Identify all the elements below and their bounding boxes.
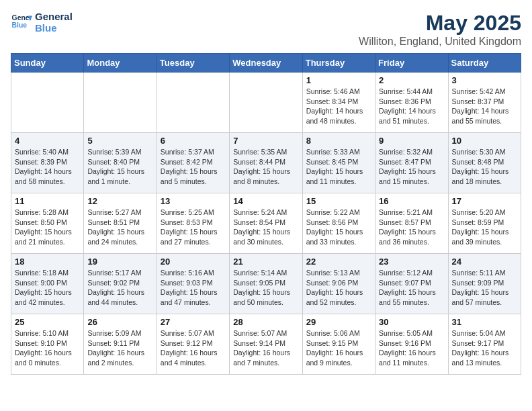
calendar-cell: 26Sunrise: 5:09 AMSunset: 9:11 PMDayligh… bbox=[84, 314, 157, 375]
calendar-week-5: 25Sunrise: 5:10 AMSunset: 9:10 PMDayligh… bbox=[11, 314, 521, 375]
day-detail: Sunrise: 5:39 AMSunset: 8:40 PMDaylight:… bbox=[87, 147, 152, 187]
calendar-cell: 7Sunrise: 5:35 AMSunset: 8:44 PMDaylight… bbox=[230, 133, 302, 193]
day-number: 31 bbox=[452, 317, 517, 327]
header-saturday: Saturday bbox=[448, 54, 521, 73]
day-detail-line: Sunrise: 5:07 AM bbox=[233, 329, 287, 337]
day-number: 19 bbox=[87, 257, 152, 267]
day-detail-line: Sunset: 9:15 PM bbox=[306, 339, 359, 347]
day-detail: Sunrise: 5:27 AMSunset: 8:51 PMDaylight:… bbox=[87, 208, 152, 247]
calendar-cell: 2Sunrise: 5:44 AMSunset: 8:36 PMDaylight… bbox=[375, 73, 448, 133]
day-detail-line: and 52 minutes. bbox=[306, 298, 357, 306]
calendar-table: SundayMondayTuesdayWednesdayThursdayFrid… bbox=[11, 53, 521, 375]
day-number: 13 bbox=[161, 196, 226, 206]
day-detail-line: Daylight: 14 hours bbox=[15, 167, 72, 175]
day-detail-line: Sunrise: 5:05 AM bbox=[379, 329, 433, 337]
day-detail-line: Sunset: 9:10 PM bbox=[15, 339, 67, 347]
calendar-cell: 11Sunrise: 5:28 AMSunset: 8:50 PMDayligh… bbox=[11, 193, 84, 254]
header-thursday: Thursday bbox=[302, 54, 375, 73]
day-detail-line: Sunrise: 5:09 AM bbox=[87, 329, 141, 337]
calendar-title: May 2025 bbox=[359, 11, 521, 36]
calendar-cell: 22Sunrise: 5:13 AMSunset: 9:06 PMDayligh… bbox=[302, 254, 375, 314]
calendar-cell: 30Sunrise: 5:05 AMSunset: 9:16 PMDayligh… bbox=[375, 314, 448, 375]
day-detail-line: Daylight: 15 hours bbox=[87, 228, 144, 236]
day-detail-line: Sunrise: 5:12 AM bbox=[379, 269, 433, 277]
day-detail-line: Sunrise: 5:14 AM bbox=[233, 269, 287, 277]
day-detail-line: Sunrise: 5:18 AM bbox=[15, 269, 69, 277]
day-detail-line: Sunrise: 5:11 AM bbox=[452, 269, 506, 277]
day-detail-line: Sunset: 9:16 PM bbox=[379, 339, 431, 347]
day-detail-line: and 51 minutes. bbox=[379, 117, 429, 125]
day-detail-line: Daylight: 15 hours bbox=[306, 228, 363, 236]
calendar-cell: 23Sunrise: 5:12 AMSunset: 9:07 PMDayligh… bbox=[375, 254, 448, 314]
day-detail-line: Sunrise: 5:25 AM bbox=[161, 208, 214, 216]
day-detail-line: Sunset: 8:39 PM bbox=[15, 158, 67, 166]
calendar-cell: 16Sunrise: 5:21 AMSunset: 8:57 PMDayligh… bbox=[375, 193, 448, 254]
calendar-week-2: 4Sunrise: 5:40 AMSunset: 8:39 PMDaylight… bbox=[11, 133, 521, 193]
day-detail: Sunrise: 5:22 AMSunset: 8:56 PMDaylight:… bbox=[306, 208, 371, 247]
day-detail-line: and 8 minutes. bbox=[233, 177, 279, 185]
day-detail: Sunrise: 5:07 AMSunset: 9:12 PMDaylight:… bbox=[161, 328, 226, 368]
calendar-cell: 12Sunrise: 5:27 AMSunset: 8:51 PMDayligh… bbox=[84, 193, 157, 254]
calendar-cell: 31Sunrise: 5:04 AMSunset: 9:17 PMDayligh… bbox=[448, 314, 521, 375]
day-detail-line: Sunrise: 5:46 AM bbox=[306, 87, 360, 95]
day-detail: Sunrise: 5:13 AMSunset: 9:06 PMDaylight:… bbox=[306, 268, 371, 308]
day-number: 23 bbox=[379, 257, 444, 267]
day-detail-line: Daylight: 15 hours bbox=[233, 167, 290, 175]
day-detail-line: Sunset: 8:34 PM bbox=[306, 97, 359, 105]
day-detail-line: Daylight: 15 hours bbox=[233, 288, 290, 296]
day-detail-line: Daylight: 16 hours bbox=[161, 349, 218, 357]
header-sunday: Sunday bbox=[11, 54, 84, 73]
day-detail-line: and 11 minutes. bbox=[306, 177, 357, 185]
day-detail-line: and 0 minutes. bbox=[15, 359, 61, 367]
day-detail-line: and 4 minutes. bbox=[161, 359, 207, 367]
calendar-cell: 27Sunrise: 5:07 AMSunset: 9:12 PMDayligh… bbox=[157, 314, 229, 375]
day-number: 25 bbox=[15, 317, 80, 327]
day-number: 22 bbox=[306, 257, 371, 267]
day-detail-line: Sunrise: 5:04 AM bbox=[452, 329, 506, 337]
day-detail-line: Sunrise: 5:39 AM bbox=[87, 148, 141, 156]
day-detail-line: Daylight: 15 hours bbox=[161, 167, 218, 175]
calendar-cell: 21Sunrise: 5:14 AMSunset: 9:05 PMDayligh… bbox=[230, 254, 302, 314]
calendar-cell: 6Sunrise: 5:37 AMSunset: 8:42 PMDaylight… bbox=[157, 133, 229, 193]
day-detail-line: Sunrise: 5:42 AM bbox=[452, 87, 506, 95]
day-detail-line: Sunrise: 5:10 AM bbox=[15, 329, 69, 337]
day-detail-line: and 1 minute. bbox=[87, 177, 130, 185]
day-detail-line: Sunset: 9:06 PM bbox=[306, 279, 359, 287]
day-detail-line: Daylight: 16 hours bbox=[15, 349, 72, 357]
day-detail-line: Sunset: 8:36 PM bbox=[379, 97, 431, 105]
day-detail-line: Daylight: 16 hours bbox=[452, 349, 509, 357]
day-detail-line: and 39 minutes. bbox=[452, 238, 502, 246]
calendar-cell: 3Sunrise: 5:42 AMSunset: 8:37 PMDaylight… bbox=[448, 73, 521, 133]
calendar-cell: 28Sunrise: 5:07 AMSunset: 9:14 PMDayligh… bbox=[230, 314, 302, 375]
header-tuesday: Tuesday bbox=[157, 54, 229, 73]
title-block: May 2025 Williton, England, United Kingd… bbox=[359, 11, 521, 48]
calendar-cell: 24Sunrise: 5:11 AMSunset: 9:09 PMDayligh… bbox=[448, 254, 521, 314]
day-detail-line: Sunrise: 5:20 AM bbox=[452, 208, 506, 216]
day-detail: Sunrise: 5:18 AMSunset: 9:00 PMDaylight:… bbox=[15, 268, 80, 308]
day-detail-line: Sunset: 9:12 PM bbox=[161, 339, 213, 347]
day-number: 21 bbox=[233, 257, 298, 267]
day-number: 12 bbox=[87, 196, 152, 206]
day-detail-line: Daylight: 15 hours bbox=[379, 288, 436, 296]
day-detail-line: Sunset: 8:37 PM bbox=[452, 97, 504, 105]
page-header: General Blue General Blue May 2025 Willi… bbox=[11, 11, 521, 48]
calendar-cell: 14Sunrise: 5:24 AMSunset: 8:54 PMDayligh… bbox=[230, 193, 302, 254]
day-detail-line: Daylight: 16 hours bbox=[233, 349, 290, 357]
calendar-cell: 18Sunrise: 5:18 AMSunset: 9:00 PMDayligh… bbox=[11, 254, 84, 314]
day-detail-line: Daylight: 15 hours bbox=[379, 167, 436, 175]
calendar-cell: 29Sunrise: 5:06 AMSunset: 9:15 PMDayligh… bbox=[302, 314, 375, 375]
day-number: 24 bbox=[452, 257, 517, 267]
day-detail-line: and 47 minutes. bbox=[161, 298, 211, 306]
calendar-cell: 13Sunrise: 5:25 AMSunset: 8:53 PMDayligh… bbox=[157, 193, 229, 254]
day-detail-line: and 24 minutes. bbox=[87, 238, 138, 246]
day-number: 27 bbox=[161, 317, 226, 327]
day-detail-line: Daylight: 15 hours bbox=[306, 288, 363, 296]
svg-text:Blue: Blue bbox=[12, 21, 28, 29]
day-detail-line: Daylight: 15 hours bbox=[452, 228, 509, 236]
day-detail-line: Daylight: 14 hours bbox=[306, 107, 363, 115]
day-detail-line: and 36 minutes. bbox=[379, 238, 429, 246]
day-detail-line: Sunrise: 5:22 AM bbox=[306, 208, 360, 216]
logo-line1: General bbox=[35, 11, 73, 22]
day-detail: Sunrise: 5:44 AMSunset: 8:36 PMDaylight:… bbox=[379, 87, 444, 126]
day-detail-line: Sunset: 9:17 PM bbox=[452, 339, 504, 347]
